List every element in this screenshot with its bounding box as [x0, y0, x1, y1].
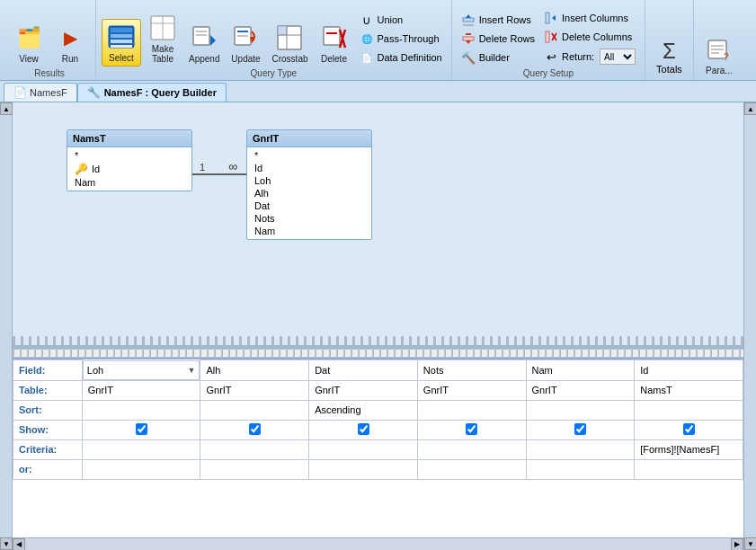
svg-marker-11 — [210, 35, 216, 46]
show-loh-checkbox[interactable] — [136, 423, 147, 435]
show-dat-checkbox[interactable] — [358, 423, 369, 435]
namesf-tab[interactable]: 📄 NamesF — [4, 83, 77, 102]
gnrit-field-loh[interactable]: Loh — [247, 174, 371, 187]
run-button[interactable]: ▶ Run — [50, 21, 90, 67]
crosstab-button[interactable]: Crosstab — [267, 21, 312, 67]
scroll-left-up[interactable]: ▲ — [0, 102, 13, 115]
query-setup-right-buttons: Insert Columns Delete Columns ↩ Return: … — [540, 9, 639, 67]
vscroll-up-btn[interactable]: ▲ — [744, 102, 756, 115]
or-alh-cell[interactable] — [200, 459, 309, 479]
table-nam-cell[interactable]: GnrIT — [526, 380, 635, 400]
namesf-tab-label: NamesF — [30, 87, 67, 98]
show-nots-cell[interactable] — [417, 420, 526, 439]
totals-button[interactable]: Σ Totals — [651, 37, 688, 76]
update-button[interactable]: Update — [226, 21, 265, 67]
union-button[interactable]: ∪ Union — [356, 11, 446, 29]
select-button[interactable]: Select — [102, 19, 141, 67]
return-button[interactable]: ↩ Return: All 5 25 100 — [540, 47, 639, 67]
table-id-cell[interactable]: NamsT — [635, 380, 743, 400]
insert-columns-button[interactable]: Insert Columns — [540, 9, 639, 27]
insert-rows-button[interactable]: Insert Rows — [458, 11, 538, 29]
field-loh-value: Loh — [87, 365, 188, 376]
or-nots-cell[interactable] — [417, 459, 526, 479]
hscroll-right-btn[interactable]: ▶ — [731, 538, 743, 551]
namst-field-star[interactable]: * — [67, 149, 191, 162]
show-alh-cell[interactable] — [200, 420, 309, 439]
or-dat-cell[interactable] — [309, 459, 418, 479]
builder-button[interactable]: 🔨 Builder — [458, 49, 538, 67]
gnrit-field-dat[interactable]: Dat — [247, 200, 371, 212]
append-button[interactable]: Append — [184, 21, 224, 67]
field-dat-cell[interactable]: Dat — [309, 360, 418, 381]
criteria-dat-cell[interactable] — [309, 439, 418, 459]
resize-handle[interactable] — [13, 336, 743, 345]
sort-nots-cell[interactable] — [417, 400, 526, 420]
delete-label: Delete — [321, 54, 347, 64]
table-row: Table: GnrIT GnrIT GnrIT GnrIT GnrIT Nam… — [13, 380, 743, 400]
field-nots-cell[interactable]: Nots — [417, 360, 526, 381]
hscroll-left-btn[interactable]: ◀ — [13, 538, 25, 551]
criteria-alh-cell[interactable] — [200, 439, 309, 459]
show-nam-cell[interactable] — [526, 420, 635, 439]
field-loh-dropdown[interactable]: ▼ — [188, 366, 196, 375]
table-loh-cell[interactable]: GnrIT — [82, 380, 200, 400]
show-loh-cell[interactable] — [82, 420, 200, 439]
query-setup-left-buttons: Insert Rows Delete Rows 🔨 Builder — [458, 11, 538, 67]
param-button[interactable]: ? Para... — [699, 32, 739, 78]
gnrit-field-nots[interactable]: Nots — [247, 212, 371, 225]
sort-nam-cell[interactable] — [526, 400, 635, 420]
namesf-tab-icon: 📄 — [13, 86, 27, 99]
totals-buttons: Σ Totals — [651, 4, 688, 76]
svg-rect-8 — [193, 27, 209, 45]
gnrit-table-box: GnrIT * Id Loh Alh Dat Nots Nam — [246, 129, 372, 240]
query-type-buttons: Select Make Table — [102, 4, 446, 67]
namst-field-id[interactable]: 🔑 Id — [67, 162, 191, 176]
sort-id-cell[interactable] — [635, 400, 743, 420]
field-nam-cell[interactable]: Nam — [526, 360, 635, 381]
gnrit-field-star[interactable]: * — [247, 149, 371, 162]
gnrit-field-alh[interactable]: Alh — [247, 187, 371, 200]
sort-dat-cell[interactable]: Ascending — [309, 400, 418, 420]
svg-text:∞: ∞ — [228, 159, 237, 173]
show-nam-checkbox[interactable] — [574, 423, 586, 435]
scroll-left-down[interactable]: ▼ — [0, 537, 13, 550]
criteria-loh-cell[interactable] — [82, 439, 200, 459]
grid-area[interactable]: Field: Loh ▼ Alh Dat Nots Nam Id — [13, 358, 743, 537]
vscroll-down-btn[interactable]: ▼ — [744, 537, 756, 550]
delete-rows-label: Delete Rows — [479, 33, 535, 44]
criteria-id-cell[interactable]: [Forms]![NamesF] — [635, 439, 743, 459]
pass-through-button[interactable]: 🌐 Pass-Through — [356, 30, 446, 48]
show-nots-checkbox[interactable] — [466, 423, 477, 435]
svg-rect-1 — [111, 28, 132, 32]
show-id-checkbox[interactable] — [683, 423, 695, 435]
delete-columns-button[interactable]: Delete Columns — [540, 28, 639, 46]
show-alh-checkbox[interactable] — [249, 423, 261, 435]
table-alh-cell[interactable]: GnrIT — [200, 380, 309, 400]
table-nots-cell[interactable]: GnrIT — [417, 380, 526, 400]
delete-rows-button[interactable]: Delete Rows — [458, 30, 538, 48]
or-nam-cell[interactable] — [526, 459, 635, 479]
criteria-nots-cell[interactable] — [417, 439, 526, 459]
delete-button[interactable]: Delete — [315, 21, 354, 67]
key-icon: 🔑 — [75, 163, 88, 175]
query-builder-tab[interactable]: 🔧 NamesF : Query Builder — [77, 83, 227, 102]
criteria-nam-cell[interactable] — [526, 439, 635, 459]
or-id-cell[interactable] — [635, 459, 743, 479]
gnrit-field-nam[interactable]: Nam — [247, 225, 371, 237]
view-button[interactable]: 🗂️ View — [9, 21, 49, 67]
show-dat-cell[interactable] — [309, 420, 418, 439]
return-dropdown[interactable]: All 5 25 100 — [600, 49, 636, 65]
make-table-button[interactable]: Make Table — [143, 11, 182, 67]
field-alh-cell[interactable]: Alh — [200, 360, 309, 381]
sort-alh-cell[interactable] — [200, 400, 309, 420]
gnrit-field-id[interactable]: Id — [247, 162, 371, 174]
namst-field-nam[interactable]: Nam — [67, 176, 191, 189]
show-id-cell[interactable] — [635, 420, 743, 439]
data-definition-button[interactable]: 📄 Data Definition — [356, 49, 446, 67]
or-loh-cell[interactable] — [82, 459, 200, 479]
sort-loh-cell[interactable] — [82, 400, 200, 420]
field-loh-cell[interactable]: Loh ▼ — [83, 360, 200, 380]
gnrit-table-body[interactable]: * Id Loh Alh Dat Nots Nam — [247, 147, 371, 239]
table-dat-cell[interactable]: GnrIT — [309, 380, 418, 400]
field-id-cell[interactable]: Id — [635, 360, 743, 381]
